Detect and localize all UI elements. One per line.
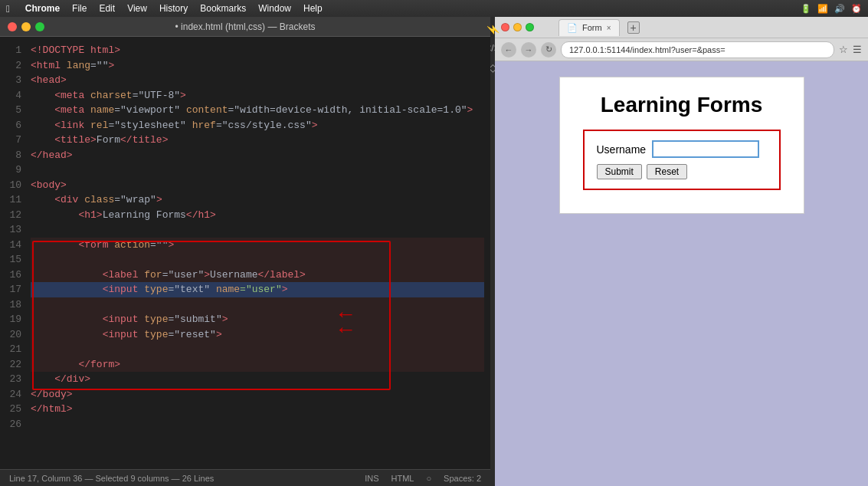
traffic-red[interactable] bbox=[8, 22, 17, 31]
code-line-19: <input type="submit"> bbox=[31, 312, 484, 327]
editor-title-dot: • bbox=[175, 21, 179, 32]
address-text: 127.0.0.1:51144/index.html?user=&pass= bbox=[569, 45, 726, 54]
chrome-traffic-lights[interactable] bbox=[501, 23, 534, 31]
menu-right-icons: 🔋📶🔊⏰ bbox=[801, 4, 862, 14]
chrome-navbar: ← → ↻ 127.0.0.1:51144/index.html?user=&p… bbox=[495, 38, 868, 61]
code-wrapper: 12345 678910 1112131415 1617181920 21222… bbox=[0, 37, 490, 469]
forward-button[interactable]: → bbox=[521, 42, 536, 57]
menu-chrome[interactable]: Chrome bbox=[25, 3, 60, 14]
chrome-panel: 📄 Form × + ← → ↻ 127.0.0.1:51144/index.h… bbox=[495, 17, 868, 486]
status-right: INS HTML ○ Spaces: 2 bbox=[365, 474, 481, 483]
form-inner: Username Submit Reset bbox=[583, 130, 781, 190]
chrome-titlebar: 📄 Form × + bbox=[495, 17, 868, 38]
menu-window[interactable]: Window bbox=[258, 3, 291, 14]
status-ins: INS bbox=[365, 474, 378, 483]
status-spaces: Spaces: 2 bbox=[444, 474, 481, 483]
editor-title: • index.html (html,css) — Brackets bbox=[175, 21, 316, 32]
code-line-12: <h1>Learning Forms</h1> bbox=[31, 208, 484, 223]
arrow-line-17: ← bbox=[335, 317, 356, 342]
code-line-18 bbox=[31, 297, 484, 313]
browser-content: Learning Forms Username Submit Reset bbox=[495, 61, 868, 486]
username-label: Username bbox=[597, 143, 647, 156]
submit-button[interactable]: Submit bbox=[597, 164, 642, 179]
code-area[interactable]: 12345 678910 1112131415 1617181920 21222… bbox=[0, 37, 490, 469]
form-buttons: Submit Reset bbox=[597, 164, 767, 179]
code-line-3: <head> bbox=[31, 73, 484, 88]
refresh-button[interactable]: ↻ bbox=[541, 42, 556, 57]
menu-file[interactable]: File bbox=[72, 3, 87, 14]
editor-title-filename: index.html (html,css) bbox=[181, 21, 265, 32]
chrome-tab[interactable]: 📄 Form × bbox=[558, 19, 620, 36]
code-line-4: <meta charset="UTF-8"> bbox=[31, 88, 484, 103]
nav-icons: ☆ ☰ bbox=[839, 44, 862, 55]
code-line-26 bbox=[31, 417, 484, 432]
tab-icon: 📄 bbox=[567, 23, 578, 33]
new-tab-icon: + bbox=[630, 22, 636, 33]
menu-bookmarks[interactable]: Bookmarks bbox=[200, 3, 246, 14]
code-line-20: <input type="reset"> bbox=[31, 327, 484, 343]
code-line-10: <body> bbox=[31, 178, 484, 193]
reset-button[interactable]: Reset bbox=[647, 164, 687, 179]
tab-close-button[interactable]: × bbox=[607, 24, 611, 32]
traffic-green[interactable] bbox=[35, 22, 44, 31]
code-line-17: <input type="text" name="user"> bbox=[31, 282, 484, 297]
code-line-25: </html> bbox=[31, 402, 484, 417]
code-line-23: </div> bbox=[31, 372, 484, 387]
code-line-9 bbox=[31, 163, 484, 178]
code-line-1: <!DOCTYPE html> bbox=[31, 43, 484, 58]
code-line-5: <meta name="viewport" content="width=dev… bbox=[31, 103, 484, 118]
form-username-row: Username bbox=[597, 140, 767, 158]
menu-help[interactable]: Help bbox=[303, 3, 323, 14]
editor-title-app: Brackets bbox=[280, 21, 316, 32]
status-position: Line 17, Column 36 — Selected 9 columns … bbox=[9, 474, 214, 483]
code-line-7: <title>Form</title> bbox=[31, 133, 484, 148]
status-bar: Line 17, Column 36 — Selected 9 columns … bbox=[0, 469, 490, 486]
bookmark-icon[interactable]: ☆ bbox=[839, 44, 848, 55]
chrome-tl-green[interactable] bbox=[526, 23, 534, 31]
new-tab-button[interactable]: + bbox=[627, 21, 640, 34]
editor-traffic-lights[interactable] bbox=[8, 22, 44, 31]
main-layout: • index.html (html,css) — Brackets 12345… bbox=[0, 17, 868, 486]
code-line-24: </body> bbox=[31, 387, 484, 402]
menu-bar:  Chrome File Edit View History Bookmark… bbox=[0, 0, 868, 17]
code-line-6: <link rel="stylesheet" href="css/style.c… bbox=[31, 118, 484, 133]
form-card: Learning Forms Username Submit Reset bbox=[559, 77, 804, 214]
address-bar[interactable]: 127.0.0.1:51144/index.html?user=&pass= bbox=[561, 41, 834, 58]
menu-view[interactable]: View bbox=[127, 3, 147, 14]
code-line-11: <div class="wrap"> bbox=[31, 192, 484, 208]
line-numbers: 12345 678910 1112131415 1617181920 21222… bbox=[0, 37, 25, 469]
code-line-2: <html lang=""> bbox=[31, 58, 484, 74]
code-line-8: </head> bbox=[31, 148, 484, 163]
editor-titlebar: • index.html (html,css) — Brackets bbox=[0, 17, 490, 37]
editor-title-sep: — bbox=[267, 21, 279, 32]
code-line-13 bbox=[31, 222, 484, 238]
code-content[interactable]: <!DOCTYPE html> <html lang=""> <head> <m… bbox=[25, 37, 490, 469]
code-line-21 bbox=[31, 342, 484, 357]
code-line-16: <label for="user">Username</label> bbox=[31, 268, 484, 283]
code-line-15 bbox=[31, 252, 484, 268]
username-input[interactable] bbox=[652, 140, 759, 158]
code-line-22: </form> bbox=[31, 357, 484, 373]
tool-lightning[interactable]: ⚡ bbox=[486, 23, 499, 36]
page-heading: Learning Forms bbox=[583, 93, 781, 117]
code-line-14: <form action=""> bbox=[31, 238, 484, 253]
chrome-tl-red[interactable] bbox=[501, 23, 509, 31]
menu-history[interactable]: History bbox=[159, 3, 188, 14]
chrome-tl-yellow[interactable] bbox=[513, 23, 522, 31]
settings-icon[interactable]: ☰ bbox=[853, 44, 862, 55]
status-lang[interactable]: HTML bbox=[391, 474, 414, 483]
apple-menu[interactable]:  bbox=[6, 3, 10, 15]
editor-panel: • index.html (html,css) — Brackets 12345… bbox=[0, 17, 490, 486]
status-circle: ○ bbox=[426, 474, 431, 483]
traffic-yellow[interactable] bbox=[21, 22, 31, 31]
menu-edit[interactable]: Edit bbox=[99, 3, 115, 14]
tab-title: Form bbox=[582, 23, 602, 32]
back-button[interactable]: ← bbox=[501, 42, 516, 57]
